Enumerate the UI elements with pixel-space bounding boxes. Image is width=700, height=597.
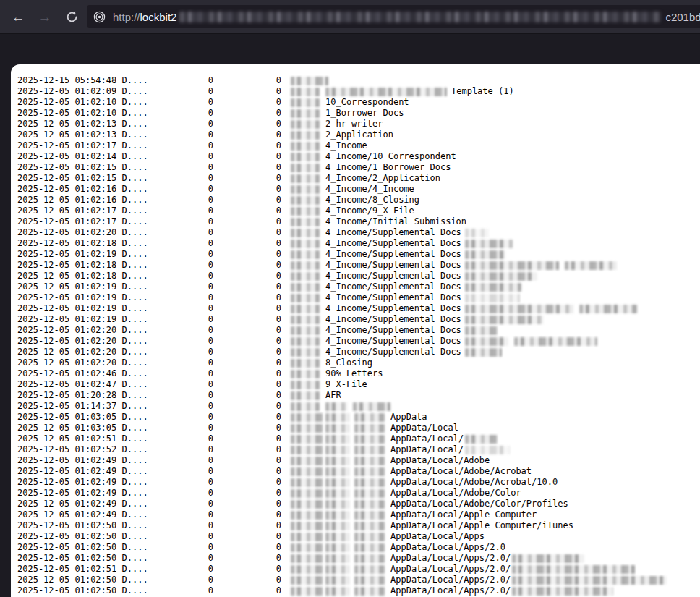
row-datetime-attr: 2025-12-05 01:02:18 D.... [17,260,148,271]
path-text: 4_Income/Supplemental Docs [325,249,461,260]
redacted-text [325,554,350,563]
row-name: 4_Income/Supplemental Docs [291,271,537,281]
row-name: AppData/Local/ [291,444,510,455]
back-button[interactable]: ← [7,5,30,28]
row-datetime-attr: 2025-12-15 05:54:48 D.... [17,75,148,86]
path-text: AppData/Local/Adobe/Color/Profiles [390,499,568,509]
path-text: 4_Income/Supplemental Docs [325,281,461,292]
row-name: 2_Application [291,130,393,140]
redacted-text [325,500,350,509]
row-size: 0 [134,553,213,564]
row-name: 4_Income/9_X-File [291,206,414,216]
row-name: 2 hr writer [291,119,383,130]
row-packed: 0 [217,292,281,303]
row-datetime-attr: 2025-12-05 01:02:50 D.... [17,585,148,596]
reload-icon [66,11,78,23]
row-size: 0 [134,281,213,292]
listing-row: 2025-12-05 01:02:49 D.... 0 0 AppData/Lo… [11,466,700,477]
row-name: AFR [291,390,341,401]
row-datetime-attr: 2025-12-05 01:02:17 D.... [17,216,148,227]
redacted-text [291,294,320,302]
page-background: 2025-12-15 05:54:48 D.... 0 0 2025-12-05… [0,34,700,597]
listing-row: 2025-12-05 01:02:20 D.... 0 0 4_Income/S… [11,227,700,238]
row-packed: 0 [217,368,281,379]
row-name: 8_Closing [291,357,372,368]
url-domain: lockbit2 [140,11,177,23]
row-packed: 0 [217,531,281,542]
row-size: 0 [134,575,213,585]
redacted-text [325,489,350,498]
listing-row: 2025-12-05 01:02:19 D.... 0 0 4_Income/S… [11,249,700,260]
row-packed: 0 [217,466,281,477]
redacted-text [291,261,320,270]
redacted-text [291,164,320,172]
row-packed: 0 [217,184,281,195]
row-size: 0 [134,206,213,216]
url-bar[interactable]: http://lockbit2 c201bd9 [87,5,700,28]
listing-row: 2025-12-05 01:14:37 D.... 0 0 [11,401,700,412]
row-packed: 0 [217,130,281,140]
path-text: 4_Income/10_Correspondent [325,151,456,162]
row-size: 0 [134,336,213,347]
redacted-text [354,457,385,465]
row-name: AppData/Local/Adobe/Acrobat [291,466,532,477]
redacted-text [291,218,320,226]
redacted-text [291,478,323,487]
redacted-text [465,229,489,237]
row-name: AppData/Local/Adobe/Acrobat/10.0 [291,477,558,488]
row-name: 4_Income/4_Income [291,184,414,195]
row-datetime-attr: 2025-12-05 01:02:18 D.... [17,271,148,281]
row-size: 0 [134,585,213,596]
listing-row: 2025-12-05 01:02:16 D.... 0 0 4_Income/4… [11,184,700,195]
listing-row: 2025-12-05 01:02:17 D.... 0 0 4_Income [11,140,700,151]
path-text: 4_Income/Supplemental Docs [325,347,461,357]
redacted-text [512,576,667,585]
row-size: 0 [134,216,213,227]
listing-row: 2025-12-15 05:54:48 D.... 0 0 [11,75,700,86]
row-name: AppData/Local/Adobe [291,455,490,466]
redacted-text [291,522,323,530]
path-text: AppData/Local/Adobe/Acrobat [390,466,532,477]
row-packed: 0 [217,575,281,585]
reload-button[interactable] [60,5,83,28]
row-name: AppData/Local/Apps/2.0/ [291,564,635,575]
row-datetime-attr: 2025-12-05 01:02:50 D.... [17,575,148,585]
directory-listing-panel: 2025-12-15 05:54:48 D.... 0 0 2025-12-05… [11,64,700,597]
path-text: 4_Income/Supplemental Docs [325,271,461,281]
redacted-text [325,543,350,552]
browser-toolbar: ← → http://lockbit2 c201bd [0,0,700,34]
row-name: AppData [291,412,427,423]
path-text: AppData/Local/ [390,433,464,444]
redacted-text [291,174,320,183]
redacted-text [579,305,637,313]
listing-row: 2025-12-05 01:02:49 D.... 0 0 AppData/Lo… [11,477,700,488]
row-datetime-attr: 2025-12-05 01:02:19 D.... [17,303,148,314]
forward-button[interactable]: → [33,5,56,28]
row-datetime-attr: 2025-12-05 01:02:49 D.... [17,455,148,466]
row-packed: 0 [217,303,281,314]
listing-row: 2025-12-05 01:02:19 D.... 0 0 4_Income/S… [11,281,700,292]
row-size: 0 [134,531,213,542]
row-size: 0 [134,303,213,314]
redacted-text [354,543,385,552]
redacted-text [291,196,320,205]
row-size: 0 [134,173,213,184]
listing-row: 2025-12-05 01:02:18 D.... 0 0 4_Income/S… [11,271,700,281]
listing-row: 2025-12-05 01:02:46 D.... 0 0 90% Letter… [11,368,700,379]
listing-row: 2025-12-05 01:02:51 D.... 0 0 AppData/Lo… [11,433,700,444]
row-datetime-attr: 2025-12-05 01:02:49 D.... [17,477,148,488]
redacted-text [291,348,320,357]
row-packed: 0 [217,162,281,173]
row-size: 0 [134,455,213,466]
row-size: 0 [134,97,213,108]
redacted-text [354,489,385,498]
listing-row: 2025-12-05 01:02:50 D.... 0 0 AppData/Lo… [11,585,700,596]
path-text: 4_Income/Initial Submission [325,216,466,227]
listing-row: 2025-12-05 01:02:49 D.... 0 0 AppData/Lo… [11,499,700,509]
path-text: 2 hr writer [325,119,383,130]
row-packed: 0 [217,509,281,520]
redacted-text [465,240,513,248]
path-text: 4_Income/Supplemental Docs [325,238,461,249]
redacted-text [291,370,320,378]
redacted-text [325,522,350,530]
